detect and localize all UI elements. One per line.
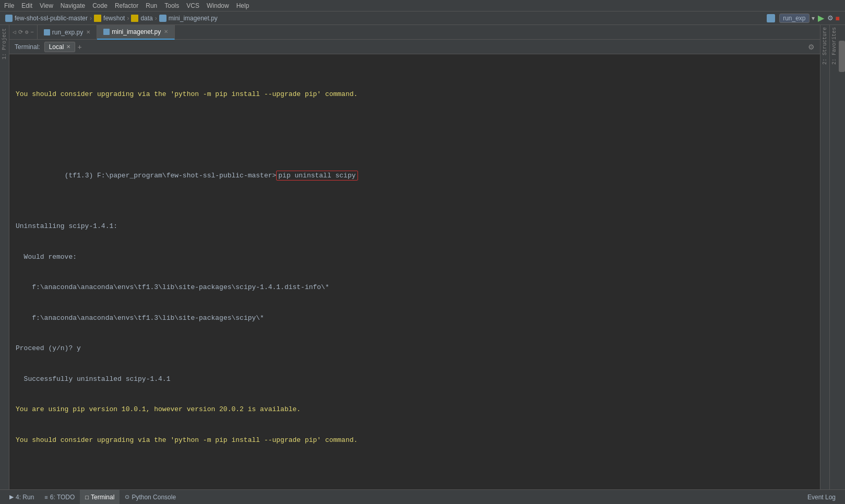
terminal-add-button[interactable]: + — [77, 43, 81, 51]
breadcrumb-project-label: few-shot-ssl-public-master — [15, 15, 88, 22]
menu-run[interactable]: Run — [146, 2, 157, 9]
project-icon — [5, 15, 13, 22]
menu-help[interactable]: Help — [236, 2, 249, 9]
cmd1-highlight: pip uninstall scipy — [276, 171, 358, 181]
config-gear-icon[interactable]: ⚙ — [827, 14, 834, 22]
menu-tools[interactable]: Tools — [164, 2, 179, 9]
stop-button[interactable]: ■ — [836, 14, 840, 22]
breadcrumb-bar: few-shot-ssl-public-master › fewshot › d… — [0, 11, 845, 25]
menu-code[interactable]: Code — [92, 2, 108, 9]
line-uninstalling: Uninstalling scipy-1.4.1: — [16, 221, 814, 232]
bottom-bar: ▶ 4: Run ≡ 6: TODO □ Terminal ⊙ Python C… — [0, 489, 845, 504]
prompt-prefix-1: (tf1.3) F:\paper_program\few-shot-ssl-pu… — [65, 172, 277, 179]
run-config-icon — [767, 14, 775, 22]
tab-mini-imagenet-label: mini_imagenet.py — [112, 28, 161, 35]
run-button[interactable]: ▶ — [817, 13, 825, 23]
bottom-tab-python[interactable]: ⊙ Python Console — [120, 490, 181, 505]
project-toggle[interactable]: ◁ — [13, 29, 16, 35]
line-blank-2 — [16, 465, 814, 476]
run-exp-tab-icon — [44, 29, 50, 35]
terminal-local-tab[interactable]: Local ✕ — [44, 42, 76, 52]
terminal-area[interactable]: You should consider upgrading via the 'p… — [9, 54, 820, 489]
main-column: ◁ ⟳ ⚙ − run_exp.py ✕ mini_imagenet.py ✕ — [9, 25, 820, 489]
breadcrumb-item-project[interactable]: few-shot-ssl-public-master — [5, 15, 88, 22]
tab-run-exp-close[interactable]: ✕ — [86, 29, 90, 35]
tab-mini-imagenet-close[interactable]: ✕ — [164, 29, 168, 34]
todo-tab-label: 6: TODO — [50, 494, 75, 501]
python-tab-icon: ⊙ — [125, 494, 129, 500]
menu-vcs[interactable]: VCS — [186, 2, 199, 9]
breadcrumb-item-data[interactable]: data — [131, 15, 152, 22]
event-log-button[interactable]: Event Log — [802, 494, 841, 501]
project-side-panel[interactable]: 1: Project — [0, 25, 9, 489]
line-upgrade-warn-2: You should consider upgrading via the 'p… — [16, 435, 814, 446]
breadcrumb-data-label: data — [140, 15, 152, 22]
right-scrollbar[interactable] — [839, 25, 845, 489]
menu-edit[interactable]: Edit — [21, 2, 32, 9]
tabs-bar: ◁ ⟳ ⚙ − run_exp.py ✕ mini_imagenet.py ✕ — [9, 25, 820, 40]
mini-imagenet-tab-icon — [103, 29, 110, 35]
terminal-tab-close[interactable]: ✕ — [66, 44, 70, 50]
todo-tab-icon: ≡ — [44, 494, 47, 500]
bottom-tab-terminal[interactable]: □ Terminal — [80, 490, 120, 505]
terminal-tab-icon-bottom: □ — [85, 494, 89, 500]
python-tab-label: Python Console — [132, 494, 176, 501]
line-would-remove: Would remove: — [16, 252, 814, 262]
terminal-header: Terminal: Local ✕ + ⚙ — [9, 40, 820, 54]
run-config-chevron[interactable]: ▾ — [812, 15, 815, 22]
run-tab-icon: ▶ — [9, 494, 14, 500]
tab-mini-imagenet[interactable]: mini_imagenet.py ✕ — [97, 25, 175, 40]
menu-view[interactable]: View — [40, 2, 53, 9]
line-prompt-1: (tf1.3) F:\paper_program\few-shot-ssl-pu… — [16, 160, 814, 191]
menu-navigate[interactable]: Navigate — [61, 2, 85, 9]
terminal-gear-icon[interactable]: ⚙ — [808, 43, 815, 51]
breadcrumb-item-fewshot[interactable]: fewshot — [94, 15, 125, 22]
sidebar-minus[interactable]: − — [30, 29, 34, 35]
py-icon — [159, 15, 166, 22]
terminal-label: Terminal: — [15, 43, 40, 51]
bottom-tab-todo[interactable]: ≡ 6: TODO — [39, 490, 80, 505]
tab-run-exp[interactable]: run_exp.py ✕ — [38, 25, 97, 40]
menu-refactor[interactable]: Refactor — [115, 2, 138, 9]
line-path-1: f:\anaconda\anaconda\envs\tf1.3\lib\site… — [16, 282, 814, 293]
structure-side-panel[interactable]: 2: Structure — [820, 25, 829, 489]
breadcrumb-item-file[interactable]: mini_imagenet.py — [159, 15, 218, 22]
folder-icon-fewshot — [94, 15, 101, 22]
content-area: 1: Project ◁ ⟳ ⚙ − run_exp.py ✕ — [0, 25, 845, 489]
run-config-area: run_exp ▾ ▶ ⚙ ■ — [767, 13, 840, 23]
breadcrumb-fewshot-label: fewshot — [103, 15, 125, 22]
run-config-name[interactable]: run_exp — [779, 14, 809, 23]
terminal-tab-label: Terminal — [91, 494, 114, 501]
sidebar-gear[interactable]: ⚙ — [25, 29, 29, 35]
folder-icon-data — [131, 15, 138, 22]
favorites-side-panel[interactable]: 2: Favorites — [829, 25, 839, 489]
tab-run-exp-label: run_exp.py — [52, 29, 83, 36]
tabs-sidebar-controls: ◁ ⟳ ⚙ − — [9, 25, 38, 39]
line-uninstalled: Successfully uninstalled scipy-1.4.1 — [16, 374, 814, 385]
line-blank-1 — [16, 119, 814, 130]
sidebar-sync[interactable]: ⟳ — [18, 29, 23, 35]
project-panel-label[interactable]: 1: Project — [1, 26, 8, 62]
favorites-panel-label[interactable]: 2: Favorites — [830, 25, 838, 67]
scrollbar-thumb[interactable] — [839, 41, 845, 72]
line-pip-warn-2: You are using pip version 10.0.1, howeve… — [16, 404, 814, 415]
bottom-tab-run[interactable]: ▶ 4: Run — [4, 490, 39, 505]
line-upgrade-warning-1: You should consider upgrading via the 'p… — [16, 89, 814, 100]
menu-bar: File Edit View Navigate Code Refactor Ru… — [0, 0, 845, 11]
line-path-2: f:\anaconda\anaconda\envs\tf1.3\lib\site… — [16, 313, 814, 323]
line-proceed: Proceed (y/n)? y — [16, 343, 814, 354]
menu-window[interactable]: Window — [207, 2, 229, 9]
breadcrumb-file-label: mini_imagenet.py — [169, 15, 218, 22]
structure-panel-label[interactable]: 2: Structure — [821, 25, 829, 67]
menu-file[interactable]: File — [4, 2, 14, 9]
run-tab-label: 4: Run — [16, 494, 34, 501]
terminal-tab-name: Local — [49, 43, 64, 51]
terminal-content: You should consider upgrading via the 'p… — [9, 56, 820, 489]
app-window: File Edit View Navigate Code Refactor Ru… — [0, 0, 845, 504]
